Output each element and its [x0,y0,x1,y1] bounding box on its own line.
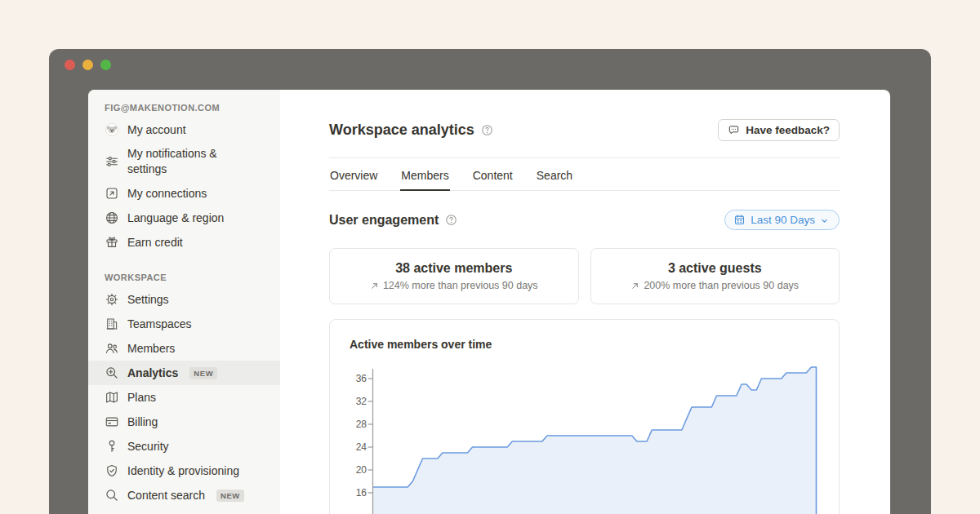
new-badge: NEW [216,490,244,502]
chart-y-axis-labels: 162024283236 [350,364,367,514]
sidebar-item-label: My connections [127,186,207,201]
analytics-tabs: Overview Members Content Search [329,160,840,191]
arrow-up-right-box-icon [105,186,119,201]
active-guests-delta: 200% more than previous 90 days [630,280,799,291]
active-members-delta: 124% more than previous 90 days [370,280,538,291]
trend-up-arrow-icon [630,281,639,290]
sidebar-item-label: Plans [127,390,156,405]
date-range-label: Last 90 Days [751,214,815,226]
new-badge: NEW [189,367,217,379]
sidebar-item-label: Analytics [127,366,178,380]
have-feedback-label: Have feedback? [746,124,830,136]
tab-members[interactable]: Members [400,160,449,191]
active-members-chart: 162024283236 [350,364,819,514]
credit-card-icon [105,414,119,429]
sidebar-item-notifications-settings[interactable]: My notifications & settings [88,142,280,181]
magnifier-plus-icon [105,366,119,380]
header-divider [329,157,840,158]
sidebar-item-content-search[interactable]: Content search NEW [88,483,280,507]
active-guests-delta-text: 200% more than previous 90 days [644,280,799,291]
sidebar-item-billing[interactable]: Billing [88,410,280,434]
sidebar-item-label: Identity & provisioning [127,463,239,478]
sidebar-item-label: My account [127,122,186,137]
magnifier-icon [105,488,119,503]
analytics-main: Workspace analytics Have feedback? Overv… [280,90,890,514]
active-guests-value: 3 active guests [668,261,762,276]
sidebar-item-label: My notifications & settings [127,146,256,177]
sidebar-item-identity-provisioning[interactable]: Identity & provisioning [88,459,280,483]
shield-check-icon [105,463,119,478]
zoom-window-button[interactable] [100,60,111,70]
avatar-koala-icon [105,122,119,137]
close-window-button[interactable] [65,60,75,70]
tab-content[interactable]: Content [472,160,514,191]
workspace-section-heading: WORKSPACE [88,273,280,282]
sidebar-item-label: Settings [127,292,169,307]
tab-search[interactable]: Search [536,160,573,191]
user-engagement-header: User engagement Last 90 Days [329,210,840,230]
building-icon [105,317,119,331]
tab-overview[interactable]: Overview [329,160,378,191]
chevron-down-icon [820,215,829,224]
y-tick-label: 16 [350,486,367,499]
y-tick-label: 32 [350,395,367,408]
sidebar-item-teamspaces[interactable]: Teamspaces [88,312,280,336]
sliders-icon [105,154,119,169]
gift-icon [105,235,119,250]
sidebar-item-my-connections[interactable]: My connections [88,181,280,206]
y-tick-label: 20 [350,463,367,476]
active-members-delta-text: 124% more than previous 90 days [383,280,538,291]
sidebar-item-label: Security [127,439,169,454]
speech-bubble-icon [728,124,740,136]
sidebar-item-label: Billing [127,414,158,429]
map-icon [105,390,119,405]
minimize-window-button[interactable] [82,60,93,70]
help-circle-icon[interactable] [445,214,457,226]
page-title: Workspace analytics [329,122,474,139]
sidebar-item-members[interactable]: Members [88,336,280,361]
active-members-value: 38 active members [395,261,512,276]
settings-sidebar: FIG@MAKENOTION.COM My account My notific… [88,90,280,514]
y-tick-label: 36 [350,372,367,385]
sidebar-item-label: Earn credit [127,235,183,250]
settings-panel: FIG@MAKENOTION.COM My account My notific… [88,90,890,514]
app-window: FIG@MAKENOTION.COM My account My notific… [49,49,931,514]
engagement-stat-cards: 38 active members 124% more than previou… [329,248,840,304]
sidebar-item-earn-credit[interactable]: Earn credit [88,230,280,255]
screenshot-stage: FIG@MAKENOTION.COM My account My notific… [0,0,980,514]
chart-area-line [367,364,821,514]
sidebar-item-language-region[interactable]: Language & region [88,206,280,230]
sidebar-item-plans[interactable]: Plans [88,385,280,410]
have-feedback-button[interactable]: Have feedback? [718,119,840,141]
people-icon [105,341,119,356]
y-tick-label: 28 [350,418,367,431]
active-members-chart-card: Active members over time 162024283236 [329,319,840,514]
sidebar-item-my-account[interactable]: My account [88,117,280,142]
active-guests-card: 3 active guests 200% more than previous … [590,248,840,304]
sidebar-item-label: Members [127,341,175,356]
window-controls [65,60,111,70]
sidebar-item-label: Teamspaces [127,317,192,331]
help-circle-icon[interactable] [481,124,493,136]
calendar-icon [733,214,746,226]
date-range-dropdown[interactable]: Last 90 Days [724,210,840,230]
section-title: User engagement [329,213,439,228]
sidebar-item-label: Language & region [127,210,224,225]
y-tick-label: 24 [350,441,367,454]
sidebar-item-security[interactable]: Security [88,434,280,459]
sidebar-item-settings[interactable]: Settings [88,287,280,312]
sidebar-item-label: Content search [127,488,205,503]
sidebar-item-analytics[interactable]: Analytics NEW [88,361,280,385]
globe-icon [105,210,119,225]
key-icon [105,439,119,454]
trend-up-arrow-icon [370,281,379,290]
gear-icon [105,292,119,307]
account-email-heading: FIG@MAKENOTION.COM [88,103,280,113]
page-header: Workspace analytics Have feedback? [329,119,840,141]
chart-title: Active members over time [350,338,819,351]
active-members-card: 38 active members 124% more than previou… [329,248,579,304]
